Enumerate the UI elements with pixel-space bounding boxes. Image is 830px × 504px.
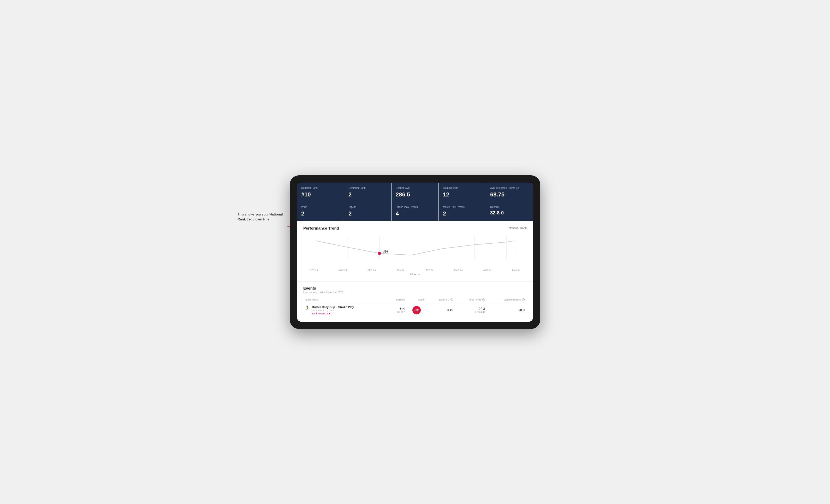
stat-wins: Wins 2 (297, 202, 344, 221)
stat-regional-rank-value: 2 (348, 191, 387, 198)
stat-national-rank-label: National Rank (301, 186, 340, 190)
stat-national-rank: National Rank #10 (297, 182, 344, 202)
stat-total-rounds-label: Total Rounds (443, 186, 482, 190)
event-total-points-cell: 28.3 3 Rounds (455, 303, 487, 317)
chart-data-point (378, 252, 381, 255)
stats-row1: National Rank #10 Regional Rank 2 Scorin… (297, 182, 533, 202)
chart-svg: #10 (303, 233, 527, 267)
tablet-frame: National Rank #10 Regional Rank 2 Scorin… (290, 175, 540, 329)
stats-row2: Wins 2 Top 3s 2 Stroke Play Events 4 Mat… (297, 202, 533, 221)
col-event-sg: Event SG i (426, 297, 455, 303)
stat-avg-weighted-points-label: Avg. Weighted Points i (490, 186, 529, 190)
event-icon: 🏌️ (306, 305, 310, 310)
stat-match-play: Match Play Events 2 (439, 202, 486, 221)
stat-national-rank-value: #10 (301, 191, 340, 198)
stat-regional-rank-label: Regional Rank (348, 186, 387, 190)
performance-trend-legend: National Rank (509, 227, 527, 230)
event-sg-cell: 0.45 (426, 303, 455, 317)
stat-scoring-avg: Scoring Avg. 286.5 (391, 182, 439, 202)
events-title: Events (303, 286, 527, 290)
table-row: 🏌️ Buster Cozy Cup – Stroke Play Oct 9 –… (303, 303, 527, 317)
annotation-after: trend over time (246, 217, 269, 221)
stat-stroke-play-label: Stroke Play Events (396, 205, 434, 209)
stat-record-label: Record (490, 205, 529, 209)
x-label-may24: MAY 24 (511, 269, 521, 272)
stat-wins-value: 2 (301, 210, 340, 217)
col-position: Position (387, 297, 407, 303)
x-label-dec23: DEC 23 (366, 269, 377, 272)
info-icon-avg: i (516, 187, 519, 190)
col-weighted-points: Weighted Points i (487, 297, 527, 303)
stat-avg-weighted-points-value: 68.75 (490, 191, 529, 198)
events-table: Event Name Position Score Event SG i (303, 297, 527, 317)
info-icon-total-pts: i (482, 298, 485, 301)
stat-record: Record 32-8-0 (486, 202, 533, 221)
stat-top3s-label: Top 3s (348, 205, 387, 209)
performance-chart: #10 (303, 233, 527, 267)
chart-x-title: Months (303, 273, 527, 276)
x-label-nov23: NOV 23 (338, 269, 348, 272)
events-subtitle: Last updated: 24th November 2023 (303, 291, 527, 294)
x-label-oct23: OCT 23 (309, 269, 319, 272)
annotation-text: This shows you your National Rank trend … (237, 212, 285, 222)
event-details: Buster Cozy Cup – Stroke Play Oct 9 – Oc… (312, 305, 354, 315)
event-weighted-points-cell: 28.3 (487, 303, 527, 317)
stat-match-play-label: Match Play Events (443, 205, 482, 209)
event-rank-impact: Rank Impact: 3 ▼ (312, 312, 354, 315)
x-label-jan24: JAN 24 (395, 269, 406, 272)
event-position: 6th (389, 307, 405, 311)
stat-match-play-value: 2 (443, 210, 482, 217)
info-icon-sg: i (450, 298, 453, 301)
x-label-apr24: APR 24 (482, 269, 492, 272)
col-total-points: Total Points i (455, 297, 487, 303)
stat-avg-weighted-points: Avg. Weighted Points i 68.75 (486, 182, 533, 202)
stat-top3s: Top 3s 2 (344, 202, 391, 221)
event-date: Oct 9 – Oct 10, 2023 (312, 309, 354, 312)
content-area: National Rank #10 Regional Rank 2 Scorin… (297, 182, 533, 322)
col-event-name: Event Name (303, 297, 387, 303)
info-icon-weighted-pts: i (522, 298, 524, 301)
stat-scoring-avg-label: Scoring Avg. (396, 186, 434, 190)
events-table-header: Event Name Position Score Event SG i (303, 297, 527, 303)
stat-record-value: 32-8-0 (490, 210, 529, 216)
tablet-screen: National Rank #10 Regional Rank 2 Scorin… (297, 182, 533, 322)
event-cell: 🏌️ Buster Cozy Cup – Stroke Play Oct 9 –… (303, 303, 387, 317)
chart-data-label: #10 (383, 250, 388, 253)
x-label-feb24: FEB 24 (424, 269, 435, 272)
performance-trend-header: Performance Trend National Rank (303, 226, 527, 230)
event-score-badge: -22 (412, 306, 421, 314)
annotation-before: This shows you your (237, 212, 269, 216)
events-section: Events Last updated: 24th November 2023 … (297, 281, 533, 322)
stat-top3s-value: 2 (348, 210, 387, 217)
stat-total-rounds-value: 12 (443, 191, 482, 198)
performance-trend-title: Performance Trend (303, 226, 339, 230)
event-position-sub: out of 7 (389, 311, 405, 313)
col-score: Score (407, 297, 426, 303)
event-position-cell: 6th out of 7 (387, 303, 407, 317)
stat-stroke-play-value: 4 (396, 210, 434, 217)
x-label-mar24: MAR 24 (453, 269, 464, 272)
event-score-cell: -22 (407, 303, 426, 317)
performance-trend-section: Performance Trend National Rank (297, 221, 533, 281)
event-total-rounds: 3 Rounds (457, 311, 485, 313)
stat-total-rounds: Total Rounds 12 (439, 182, 486, 202)
stat-scoring-avg-value: 286.5 (396, 191, 434, 198)
stat-wins-label: Wins (301, 205, 340, 209)
stat-regional-rank: Regional Rank 2 (344, 182, 391, 202)
event-total-points: 28.3 (457, 307, 485, 311)
chart-x-labels: OCT 23 NOV 23 DEC 23 JAN 24 FEB 24 MAR 2… (303, 269, 527, 272)
event-name: Buster Cozy Cup – Stroke Play (312, 305, 354, 309)
stat-stroke-play: Stroke Play Events 4 (391, 202, 439, 221)
